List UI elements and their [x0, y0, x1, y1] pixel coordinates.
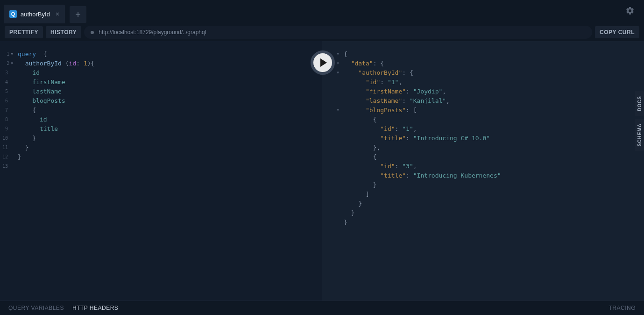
- bottom-bar: QUERY VARIABLES HTTP HEADERS TRACING: [0, 301, 644, 315]
- query-editor[interactable]: 1▼ 2▼ 3 4 5 6 7 8 9 10 11 12 13 query { …: [0, 41, 322, 301]
- play-icon: [320, 58, 327, 67]
- schema-tab[interactable]: SCHEMA: [635, 119, 644, 151]
- tracing-tab[interactable]: TRACING: [609, 305, 636, 311]
- http-headers-tab[interactable]: HTTP HEADERS: [72, 305, 118, 311]
- side-tabs: DOCS SCHEMA: [635, 91, 644, 151]
- query-icon: Q: [9, 10, 17, 18]
- result-gutter: ▼ ▼ ▼ ▼: [322, 50, 342, 301]
- docs-tab[interactable]: DOCS: [635, 91, 644, 116]
- result-json: { "data": { "authorById": { "id": "1", "…: [342, 50, 501, 301]
- gear-icon[interactable]: [625, 6, 635, 17]
- url-text: http://localhost:18729/playground/../gra…: [99, 29, 206, 36]
- main-area: 1▼ 2▼ 3 4 5 6 7 8 9 10 11 12 13 query { …: [0, 41, 644, 301]
- query-variables-tab[interactable]: QUERY VARIABLES: [8, 305, 64, 311]
- line-gutter: 1▼ 2▼ 3 4 5 6 7 8 9 10 11 12 13: [0, 50, 15, 301]
- new-tab-button[interactable]: +: [70, 6, 86, 23]
- result-viewer[interactable]: ▼ ▼ ▼ ▼ { "data": { "authorById": {: [322, 41, 644, 301]
- top-bar: Q authorById × +: [0, 0, 644, 23]
- toolbar: PRETTIFY HISTORY http://localhost:18729/…: [0, 23, 644, 41]
- history-button[interactable]: HISTORY: [46, 26, 81, 38]
- status-dot-icon: [91, 31, 94, 34]
- query-code[interactable]: query { authorById (id: 1){ id firstName…: [15, 50, 94, 301]
- url-input[interactable]: http://localhost:18729/playground/../gra…: [84, 26, 592, 39]
- copy-curl-button[interactable]: COPY CURL: [595, 26, 639, 38]
- prettify-button[interactable]: PRETTIFY: [5, 26, 43, 38]
- tab-authorById[interactable]: Q authorById ×: [4, 5, 65, 23]
- close-icon[interactable]: ×: [56, 10, 59, 18]
- tab-label: authorById: [21, 11, 50, 18]
- execute-button[interactable]: [311, 50, 335, 75]
